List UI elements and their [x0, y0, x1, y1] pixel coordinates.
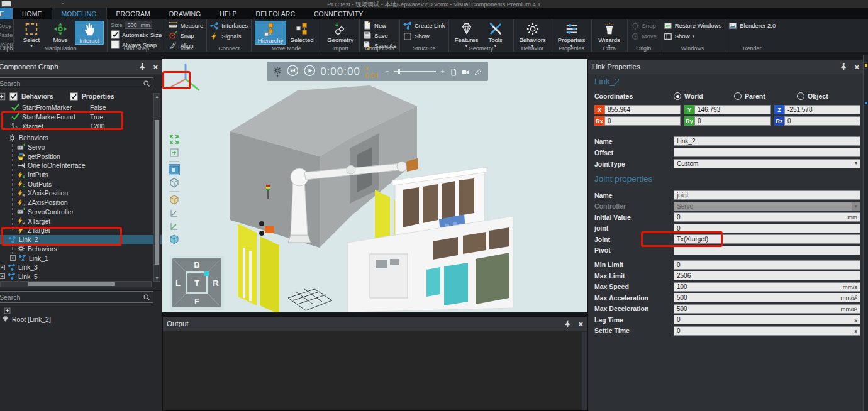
jointtype-dropdown[interactable]: Custom▼: [674, 159, 860, 168]
tree-item-xtarget[interactable]: RXTarget: [0, 216, 162, 226]
position-z-input[interactable]: -251.578: [784, 105, 860, 114]
tab-program[interactable]: PROGRAM: [107, 8, 160, 19]
pin-icon[interactable]: [138, 63, 147, 71]
tree-node-link3[interactable]: +Link_3: [0, 263, 162, 272]
coord-object-radio[interactable]: Object: [797, 92, 828, 100]
blenderer-button[interactable]: Blenderer 2.0: [728, 21, 776, 30]
joint-value-input[interactable]: 0: [674, 224, 860, 233]
lag-time-input[interactable]: 0s: [674, 315, 860, 324]
tree-item-servo[interactable]: Servo: [0, 143, 162, 152]
create-link-button[interactable]: Create Link: [403, 21, 445, 30]
coord-parent-radio[interactable]: Parent: [734, 92, 797, 100]
behaviors-filter-checkbox[interactable]: [9, 92, 18, 101]
view-plane-icon[interactable]: [169, 165, 179, 175]
close-icon[interactable]: ×: [854, 63, 859, 71]
playbar-settings-button[interactable]: ▾: [273, 66, 282, 77]
settle-time-input[interactable]: 0s: [674, 326, 860, 336]
pivot-input[interactable]: [674, 246, 860, 255]
tree-node-link2-behaviors[interactable]: Behaviors: [0, 244, 162, 254]
measure-button[interactable]: Measure: [169, 21, 203, 30]
play-button[interactable]: [304, 65, 316, 79]
speed-slider[interactable]: [394, 71, 436, 72]
speed-plus-button[interactable]: +: [441, 68, 445, 75]
tree-item-ztarget[interactable]: ZTarget: [0, 226, 162, 235]
property-row[interactable]: R1.2 Xtarget 1200: [0, 121, 162, 131]
tree-item-servocontroller[interactable]: ServoController: [0, 207, 162, 217]
expand-root-icon[interactable]: [4, 307, 11, 314]
property-row[interactable]: StartFromMarker False: [0, 102, 162, 112]
snap-mode-icon[interactable]: [169, 221, 179, 231]
tab-file[interactable]: FILE: [0, 8, 13, 19]
search-input[interactable]: Search: [0, 77, 153, 89]
name-input[interactable]: Link_2: [674, 136, 860, 146]
signals-button[interactable]: Signals: [210, 31, 248, 41]
tab-help[interactable]: HELP: [210, 8, 246, 19]
coord-world-radio[interactable]: World: [674, 92, 734, 100]
scrollbar-thumb[interactable]: [155, 120, 159, 265]
snap-button[interactable]: Snap: [169, 31, 203, 40]
scrollbar-thumb[interactable]: [28, 282, 115, 286]
output-scrollbar[interactable]: [582, 332, 587, 410]
expand-all-icon[interactable]: [0, 92, 6, 101]
properties-button[interactable]: Properties ▾: [555, 21, 588, 45]
behaviors-button[interactable]: Behaviors ▾: [517, 21, 548, 45]
annotate-icon[interactable]: [474, 67, 482, 76]
save-button[interactable]: Save: [363, 31, 396, 40]
vertical-scrollbar[interactable]: ▲ ▼: [153, 93, 160, 282]
coordinate-mode-icon[interactable]: [169, 208, 179, 218]
max-limit-input[interactable]: 2506: [674, 271, 860, 280]
joint-expression-input[interactable]: Tx(Xtarget): [674, 234, 860, 244]
render-mode-icon[interactable]: [169, 195, 179, 205]
tree-item-zaxisposition[interactable]: RZAxisPosition: [0, 198, 162, 207]
show-windows-button[interactable]: Show▾: [664, 31, 721, 41]
max-speed-input[interactable]: 100mm/s: [674, 282, 860, 292]
wireframe-view-icon[interactable]: [169, 178, 179, 188]
tree-node-link1[interactable]: +Link_1: [0, 253, 162, 263]
show-structure-button[interactable]: Show: [403, 31, 445, 41]
collapsed-panel-strip[interactable]: [863, 55, 868, 411]
geometry-import-button[interactable]: Geometry: [325, 21, 356, 45]
horizontal-scrollbar[interactable]: [0, 281, 152, 287]
tree-node-behaviors[interactable]: Behaviors: [0, 133, 162, 143]
interfaces-button[interactable]: Interfaces: [210, 21, 248, 30]
tab-connectivity[interactable]: CONNECTIVITY: [304, 8, 372, 19]
speed-minus-button[interactable]: −: [386, 68, 389, 75]
position-x-input[interactable]: 855.964: [604, 105, 681, 114]
expander-icon[interactable]: +: [0, 273, 5, 279]
close-icon[interactable]: ×: [578, 320, 583, 328]
properties-filter-checkbox[interactable]: [70, 92, 78, 101]
fullscreen-icon[interactable]: [169, 134, 179, 145]
automatic-size-checkbox[interactable]: Automatic Size: [111, 30, 162, 39]
rotation-rz-input[interactable]: 0: [784, 116, 860, 126]
pin-icon[interactable]: [840, 63, 848, 71]
slider-thumb[interactable]: [398, 69, 400, 74]
tab-modeling[interactable]: MODELING: [52, 8, 107, 19]
tab-drawing[interactable]: DRAWING: [160, 8, 210, 19]
expander-icon[interactable]: +: [0, 265, 5, 270]
max-acceleration-input[interactable]: 500mm/s²: [674, 293, 860, 302]
machine-3d-model[interactable]: [162, 59, 587, 312]
joint-name-input[interactable]: joint: [674, 190, 860, 200]
move-button[interactable]: Move: [46, 21, 75, 45]
close-icon[interactable]: ×: [153, 63, 158, 71]
tree-item-xaxisposition[interactable]: RXAxisPosition: [0, 189, 162, 198]
select-button[interactable]: Select ▾: [17, 21, 46, 45]
restore-windows-button[interactable]: Restore Windows: [664, 21, 721, 30]
property-row[interactable]: StartMarkerFound True: [0, 112, 162, 121]
tree-node-link5[interactable]: +Link_5: [0, 272, 162, 282]
max-deceleration-input[interactable]: 500mm/s²: [674, 304, 860, 314]
export-pdf-icon[interactable]: [450, 67, 457, 76]
record-video-icon[interactable]: [462, 67, 469, 76]
initial-value-input[interactable]: 0mm: [674, 212, 860, 222]
selected-button[interactable]: Selected: [286, 21, 318, 45]
tree-node-root[interactable]: Root [Link_2]: [0, 314, 162, 324]
position-y-input[interactable]: 146.793: [694, 105, 771, 114]
tree-item-onetoone[interactable]: OneToOneInterface: [0, 161, 162, 170]
grid-size-input[interactable]: 500 mm: [125, 21, 152, 29]
tree-item-getposition[interactable]: getPosition: [0, 151, 162, 161]
fit-view-icon[interactable]: [169, 148, 179, 158]
view-preset-icon[interactable]: [169, 234, 179, 244]
geometry-tools-button[interactable]: Tools ▾: [481, 21, 510, 45]
pin-icon[interactable]: [564, 320, 572, 328]
expander-icon[interactable]: +: [10, 255, 16, 261]
